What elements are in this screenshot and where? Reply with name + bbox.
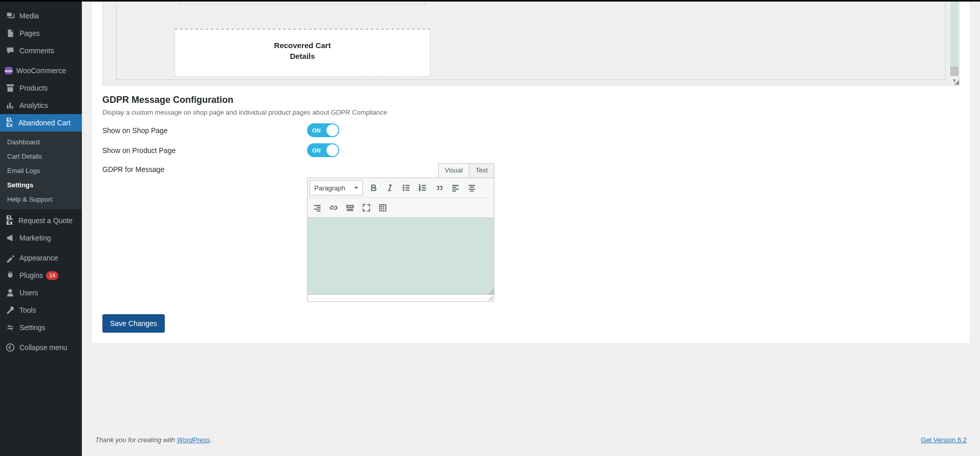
toggle-knob xyxy=(326,144,338,156)
submenu-help-support[interactable]: Help & Support xyxy=(0,192,82,206)
submenu-settings[interactable]: Settings xyxy=(0,178,82,192)
mce-toolbar-row2 xyxy=(308,198,494,218)
footer-thanks: Thank you for creating with WordPress. xyxy=(95,436,212,444)
mce-toolbar-toggle-button[interactable] xyxy=(375,200,390,215)
sidebar-item-abandoned-cart[interactable]: EL Ex Abandoned Cart xyxy=(0,114,82,132)
sidebar-label: Analytics xyxy=(19,101,48,110)
tools-icon xyxy=(5,305,15,315)
sidebar-item-tools[interactable]: Tools xyxy=(0,301,82,319)
mce-toolbar-row1: Paragraph xyxy=(308,178,494,198)
mce-toolbars: Paragraph xyxy=(307,178,494,218)
mce-tab-text[interactable]: Text xyxy=(469,163,494,178)
recovered-cart-line2: Details xyxy=(175,52,430,60)
mce-align-center-button[interactable] xyxy=(464,180,480,196)
mce-link-button[interactable] xyxy=(326,200,341,215)
mce-align-left-button[interactable] xyxy=(448,180,463,196)
editor-resize-handle[interactable]: ◢ xyxy=(953,79,959,85)
label-show-shop: Show on Shop Page xyxy=(102,126,307,135)
sidebar-item-marketing[interactable]: Marketing xyxy=(0,229,82,247)
sidebar-item-pages[interactable]: Pages xyxy=(0,25,82,42)
svg-text:3: 3 xyxy=(419,188,421,191)
collapse-menu[interactable]: Collapse menu xyxy=(0,339,82,356)
sidebar-label: Media xyxy=(19,12,39,20)
elex-icon: EL Ex xyxy=(5,119,14,126)
svg-point-2 xyxy=(403,187,404,189)
row-show-shop: Show on Shop Page ON xyxy=(102,123,960,137)
footer-version: Get Version 6.2 xyxy=(921,436,967,444)
submenu-email-logs[interactable]: Email Logs xyxy=(0,163,82,178)
sidebar-label: Abandoned Cart xyxy=(18,119,71,127)
mce-fullscreen-button[interactable] xyxy=(359,200,374,215)
mce-ul-button[interactable] xyxy=(399,180,414,196)
mce-readmore-button[interactable] xyxy=(342,200,358,215)
sidebar-label: Tools xyxy=(19,306,36,314)
plugins-icon xyxy=(5,270,15,280)
sidebar-label: Settings xyxy=(19,323,46,332)
analytics-icon xyxy=(5,100,15,111)
get-version-link[interactable]: Get Version 6.2 xyxy=(921,436,967,444)
svg-point-3 xyxy=(403,189,404,191)
email-template-editor[interactable]: [applied_coupon] Recovered Cart Details … xyxy=(102,0,960,85)
sidebar-item-appearance[interactable]: Appearance xyxy=(0,249,82,267)
pages-icon xyxy=(5,28,15,38)
mce-editor: Paragraph xyxy=(307,178,494,302)
plugins-update-badge: 14 xyxy=(46,271,58,280)
sidebar-item-request-quote[interactable]: EL Ex Request a Quote xyxy=(0,212,82,229)
mce-bold-button[interactable] xyxy=(366,180,381,196)
mce-format-value: Paragraph xyxy=(314,184,345,192)
sidebar-item-woocommerce[interactable]: woo WooCommerce xyxy=(0,62,82,79)
elex-icon: EL Ex xyxy=(5,217,14,224)
submenu-cart-details[interactable]: Cart Details xyxy=(0,149,82,163)
label-show-product: Show on Product Page xyxy=(102,146,307,155)
sidebar-item-plugins[interactable]: Plugins 14 xyxy=(0,267,82,284)
footer-thanks-text: Thank you for creating with xyxy=(95,436,177,444)
footer-period: . xyxy=(210,436,212,444)
svg-point-1 xyxy=(403,185,404,186)
sidebar-label: Request a Quote xyxy=(18,216,73,225)
toggle-show-shop[interactable]: ON xyxy=(307,123,339,137)
toggle-state: ON xyxy=(307,147,321,154)
editor-right-gutter xyxy=(950,1,959,77)
mce-quote-button[interactable] xyxy=(431,180,447,196)
admin-sidebar: Media Pages Comments woo WooCommerce Pro… xyxy=(0,0,82,456)
editor-scrollbar-thumb[interactable] xyxy=(950,67,959,76)
mce-ol-button[interactable]: 123 xyxy=(415,180,430,196)
svg-rect-7 xyxy=(380,205,386,211)
mce-resize-bar[interactable] xyxy=(307,295,494,302)
footer-wordpress-link[interactable]: WordPress xyxy=(177,436,210,444)
sidebar-label: Users xyxy=(19,289,38,297)
sidebar-label: Appearance xyxy=(19,254,58,262)
mce-format-select[interactable]: Paragraph xyxy=(310,180,363,196)
save-changes-button[interactable]: Save Changes xyxy=(102,314,165,333)
mce-content-area[interactable] xyxy=(307,218,494,295)
settings-icon xyxy=(5,322,15,333)
sidebar-item-analytics[interactable]: Analytics xyxy=(0,97,82,114)
collapse-label: Collapse menu xyxy=(19,343,67,352)
gdpr-description: Display a custom message on shop page an… xyxy=(102,108,960,116)
toggle-show-product[interactable]: ON xyxy=(307,143,339,157)
recovered-cart-line1: Recovered Cart xyxy=(175,41,430,50)
appearance-icon xyxy=(5,253,15,263)
toggle-state: ON xyxy=(307,127,321,134)
row-show-product: Show on Product Page ON xyxy=(102,143,960,157)
sidebar-item-comments[interactable]: Comments xyxy=(0,42,82,59)
marketing-icon xyxy=(5,233,15,243)
row-gdpr-message: GDPR for Message Visual Text Paragraph xyxy=(102,163,960,302)
sidebar-item-media[interactable]: Media xyxy=(0,7,82,25)
submenu-dashboard[interactable]: Dashboard xyxy=(0,135,82,149)
users-icon xyxy=(5,288,15,298)
sidebar-label: Products xyxy=(19,84,48,92)
mce-italic-button[interactable] xyxy=(382,180,398,196)
settings-panel: [applied_coupon] Recovered Cart Details … xyxy=(92,0,970,343)
mce-tabs: Visual Text xyxy=(439,163,494,178)
mce-tab-visual[interactable]: Visual xyxy=(438,163,469,178)
sidebar-item-users[interactable]: Users xyxy=(0,284,82,301)
sidebar-item-settings[interactable]: Settings xyxy=(0,319,82,336)
template-cell-recovered: Recovered Cart Details xyxy=(175,29,430,77)
sidebar-item-products[interactable]: Products xyxy=(0,79,82,97)
admin-footer: Thank you for creating with WordPress. G… xyxy=(92,428,970,456)
content-area: [applied_coupon] Recovered Cart Details … xyxy=(82,0,980,456)
collapse-icon xyxy=(5,342,15,353)
woocommerce-icon: woo xyxy=(5,67,12,74)
mce-align-right-button[interactable] xyxy=(310,200,325,215)
